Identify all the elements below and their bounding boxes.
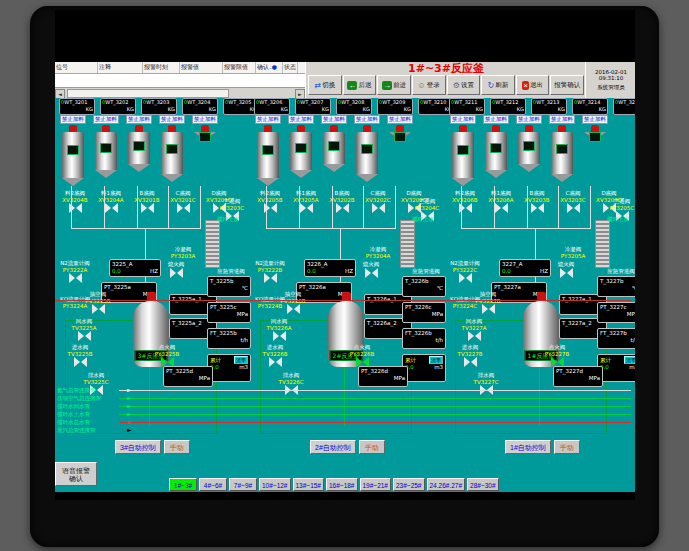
bottom-valve[interactable]: C底阀 XV3203C [557, 190, 589, 213]
valve-icon[interactable] [177, 203, 190, 213]
extinguish-valve[interactable]: 熄火阀 [161, 261, 191, 279]
valve-icon[interactable] [69, 273, 82, 283]
alarm-ack-button[interactable]: 报警确认 [550, 75, 584, 95]
valve-icon[interactable] [464, 357, 477, 367]
valve-icon[interactable] [141, 203, 154, 213]
page-button[interactable]: 10#~12# [259, 478, 291, 491]
return-water-valve[interactable]: 回水阀 TV3227A [459, 318, 489, 343]
bottom-valve[interactable]: B底阀 XV3203B [521, 190, 553, 213]
valve-icon[interactable] [560, 268, 573, 278]
vacuum-valve[interactable]: 抽空阀 PV3227B [473, 291, 503, 316]
valve-icon[interactable] [551, 357, 564, 367]
return-water-valve[interactable]: 回水阀 TV3226A [264, 318, 294, 343]
manual-mode-button[interactable]: 手动 [164, 440, 190, 454]
valve-icon[interactable] [105, 203, 118, 213]
valve-icon[interactable] [161, 357, 174, 367]
alarm-column-header[interactable]: 状态 [283, 62, 298, 73]
valve-icon[interactable] [567, 203, 580, 213]
alarm-table-body[interactable] [55, 74, 305, 88]
valve-icon[interactable] [90, 385, 103, 395]
back-button[interactable]: ← 后退 [343, 75, 377, 95]
alarm-column-header[interactable]: 确认... [256, 62, 283, 73]
inlet-water-valve[interactable]: 进水阀 TV3226B [260, 344, 290, 369]
condenser-valve[interactable]: 冷凝阀 PY3205A [553, 246, 593, 259]
totalizer-clear-button[interactable]: 清零 [234, 356, 248, 364]
n2-flowmeter-valve[interactable]: N2流量计阀 PY3222A [57, 260, 93, 285]
page-button[interactable]: 28#~30# [467, 478, 499, 491]
switch-button[interactable]: ⇄ 切换 [308, 75, 342, 95]
inlet-water-valve[interactable]: 进水阀 TV3227B [455, 344, 485, 369]
ignition-valve[interactable]: 点火阀 PY3226B [346, 344, 378, 369]
valve-icon[interactable] [482, 304, 495, 314]
valve-icon[interactable] [273, 331, 286, 341]
inlet-water-valve[interactable]: 进水阀 TV3225B [65, 344, 95, 369]
page-button[interactable]: 4#~6# [199, 478, 227, 491]
valve-icon[interactable] [300, 203, 313, 213]
bottom-valve[interactable]: 料2底阀 XV3205B [254, 190, 286, 213]
page-button[interactable]: 23#~25# [393, 478, 425, 491]
bottom-valve[interactable]: B底阀 XV3201B [131, 190, 163, 213]
valve-icon[interactable] [269, 357, 282, 367]
bottom-valve[interactable]: 料1底阀 XV3204A [95, 190, 127, 213]
vacuum-valve[interactable]: 抽空阀 PV3226B [278, 291, 308, 316]
extinguish-valve[interactable]: 熄火阀 [356, 261, 386, 279]
alarm-column-header[interactable]: 报警值 [180, 62, 223, 73]
n2-flowmeter-valve[interactable]: N2流量计阀 PY3222B [252, 260, 288, 285]
valve-icon[interactable] [495, 203, 508, 213]
ignition-valve[interactable]: 点火阀 PY3225B [151, 344, 183, 369]
bottom-valve[interactable]: 料2底阀 XV3206B [449, 190, 481, 213]
valve-icon[interactable] [170, 268, 183, 278]
login-button[interactable]: ☺ 登录 [412, 75, 446, 95]
condenser-valve[interactable]: 冷凝阀 PY3203A [163, 246, 203, 259]
bottom-valve[interactable]: 料2底阀 XV3204B [59, 190, 91, 213]
alarm-column-header[interactable]: 报警限值 [223, 62, 256, 73]
page-button[interactable]: 13#~15# [293, 478, 325, 491]
drain-water-valve[interactable]: 排水阀 TV3225C [81, 372, 111, 397]
ignition-valve[interactable]: 点火阀 PY3227B [541, 344, 573, 369]
manual-mode-button[interactable]: 手动 [554, 440, 580, 454]
auto-control-button[interactable]: 2#自动控制 [310, 440, 356, 454]
totalizer-clear-button[interactable]: 清零 [624, 356, 635, 364]
bottom-valve[interactable]: B底阀 XV3202B [326, 190, 358, 213]
valve-icon[interactable] [285, 385, 298, 395]
vacuum-valve[interactable]: 抽空阀 PV3225B [83, 291, 113, 316]
valve-icon[interactable] [468, 331, 481, 341]
voice-alarm-ack-button[interactable]: 语音报警确认 [55, 462, 97, 486]
settings-button[interactable]: ⚙ 设置 [447, 75, 481, 95]
page-button[interactable]: 24.26#.27# [427, 478, 466, 491]
drain-water-valve[interactable]: 排水阀 TV3226C [276, 372, 306, 397]
forward-button[interactable]: → 前进 [377, 75, 411, 95]
auto-control-button[interactable]: 3#自动控制 [115, 440, 161, 454]
exit-button[interactable]: × 退出 [516, 75, 550, 95]
alarm-column-header[interactable]: 注释 [98, 62, 143, 73]
valve-icon[interactable] [531, 203, 544, 213]
valve-icon[interactable] [459, 273, 472, 283]
condenser-valve[interactable]: 冷凝阀 PY3204A [358, 246, 398, 259]
return-water-valve[interactable]: 回水阀 TV3225A [69, 318, 99, 343]
valve-icon[interactable] [78, 331, 91, 341]
n2-flowmeter-valve[interactable]: N2流量计阀 PY3222C [447, 260, 483, 285]
bottom-valve[interactable]: C底阀 XV3201C [167, 190, 199, 213]
auto-control-button[interactable]: 1#自动控制 [505, 440, 551, 454]
bottom-valve[interactable]: 料1底阀 XV3206A [485, 190, 517, 213]
page-button[interactable]: 1#~3# [169, 478, 197, 491]
totalizer-clear-button[interactable]: 清零 [429, 356, 443, 364]
extinguish-valve[interactable]: 熄火阀 [551, 261, 581, 279]
bottom-valve[interactable]: 料1底阀 XV3205A [290, 190, 322, 213]
valve-icon[interactable] [74, 357, 87, 367]
valve-icon[interactable] [480, 385, 493, 395]
alarm-hscrollbar[interactable]: ◄ ► [55, 87, 305, 98]
scroll-thumb[interactable] [67, 89, 229, 98]
valve-icon[interactable] [356, 357, 369, 367]
page-button[interactable]: 7#~9# [229, 478, 257, 491]
manual-mode-button[interactable]: 手动 [359, 440, 385, 454]
alarm-column-header[interactable]: 报警时刻 [143, 62, 180, 73]
refresh-button[interactable]: ↻ 刷新 [481, 75, 515, 95]
page-button[interactable]: 16#~18# [326, 478, 358, 491]
valve-icon[interactable] [372, 203, 385, 213]
alarm-column-header[interactable]: 位号 [55, 62, 98, 73]
valve-icon[interactable] [287, 304, 300, 314]
valve-icon[interactable] [336, 203, 349, 213]
valve-icon[interactable] [264, 273, 277, 283]
valve-icon[interactable] [92, 304, 105, 314]
